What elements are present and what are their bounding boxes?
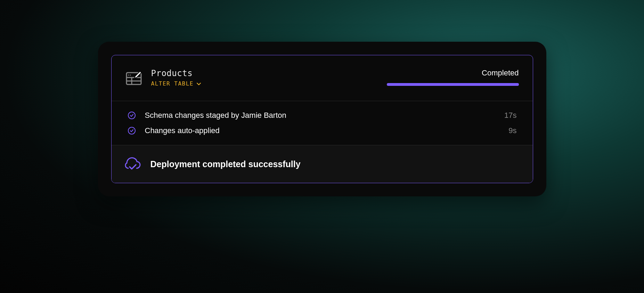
progress-bar <box>387 83 519 86</box>
chevron-down-icon <box>196 81 201 86</box>
header-right: Completed <box>387 68 519 86</box>
operation-dropdown[interactable]: ALTER TABLE <box>151 80 201 87</box>
table-edit-icon <box>125 70 142 87</box>
operation-label: ALTER TABLE <box>151 80 194 87</box>
deployment-message: Deployment completed successfully <box>150 159 301 169</box>
title-group: Products ALTER TABLE <box>151 68 201 87</box>
svg-point-4 <box>128 75 129 76</box>
svg-point-7 <box>128 127 135 134</box>
step-time: 9s <box>508 126 516 135</box>
check-circle-icon <box>128 127 136 135</box>
cloud-check-icon <box>125 157 141 171</box>
step-row: Schema changes staged by Jamie Barton 17… <box>128 111 517 120</box>
step-time: 17s <box>504 111 516 120</box>
step-label: Changes auto-applied <box>145 126 500 135</box>
header-left: Products ALTER TABLE <box>125 68 201 87</box>
check-circle-icon <box>128 111 136 120</box>
svg-point-6 <box>128 112 135 119</box>
steps-list: Schema changes staged by Jamie Barton 17… <box>112 101 533 145</box>
table-title: Products <box>151 68 201 78</box>
step-label: Schema changes staged by Jamie Barton <box>145 111 496 120</box>
deployment-card: Products ALTER TABLE Completed <box>111 55 533 183</box>
deployment-panel: Products ALTER TABLE Completed <box>98 42 546 196</box>
deployment-header: Products ALTER TABLE Completed <box>112 55 533 101</box>
status-label: Completed <box>482 68 519 78</box>
step-row: Changes auto-applied 9s <box>128 126 517 135</box>
deployment-footer: Deployment completed successfully <box>112 145 533 183</box>
svg-point-5 <box>130 75 131 76</box>
